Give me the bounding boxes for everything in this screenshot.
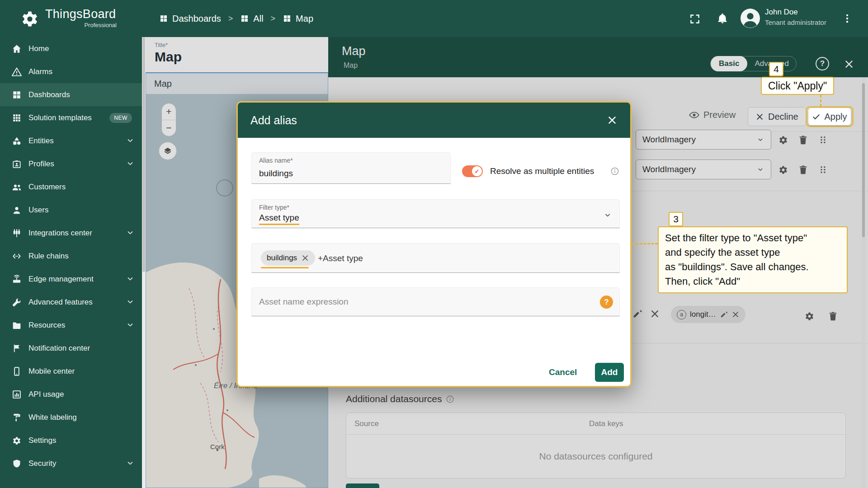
asset-type-chip-label: buildings: [267, 253, 297, 263]
sidebar-item-rule-chains[interactable]: Rule chains: [0, 244, 142, 267]
dialog-close-icon[interactable]: [607, 115, 618, 126]
sidebar-item-alarms[interactable]: Alarms: [0, 60, 142, 83]
add-asset-type-placeholder[interactable]: +Asset type: [318, 253, 363, 263]
sidebar-item-security[interactable]: Security: [0, 452, 142, 475]
tutorial-highlight-underline: [261, 267, 309, 268]
sidebar-item-label: Profiles: [28, 160, 54, 169]
sidebar-item-profiles[interactable]: Profiles: [0, 152, 142, 175]
asset-name-expression-placeholder: Asset name expression: [259, 297, 349, 307]
apply-button[interactable]: Apply: [808, 108, 851, 125]
white-labeling-paint-icon: [12, 413, 22, 422]
tutorial-step-3-text: Set the filter type to "Asset type" and …: [658, 226, 848, 293]
sidebar-item-label: Solution templates: [28, 113, 92, 122]
sidebar-item-advanced-features[interactable]: Advanced features: [0, 291, 142, 314]
top-header: ThingsBoard Professional Dashboards > Al…: [0, 0, 868, 37]
sidebar-item-integrations-center[interactable]: Integrations center: [0, 221, 142, 244]
sidebar-item-resources[interactable]: Resources: [0, 314, 142, 337]
user-avatar[interactable]: [741, 9, 760, 28]
filter-type-value: Asset type: [259, 213, 299, 225]
sidebar-item-label: Rule chains: [28, 252, 69, 261]
sidebar-item-label: Dashboards: [28, 90, 70, 99]
new-badge: NEW: [109, 113, 132, 123]
add-button[interactable]: Add: [595, 363, 624, 382]
alias-name-field[interactable]: Alias name* buildings: [251, 152, 451, 184]
customers-icon: [12, 182, 22, 192]
filter-type-label: Filter type*: [259, 204, 289, 211]
scrollbar-thumb[interactable]: [142, 37, 145, 272]
tutorial-step-4-text: Click "Apply": [761, 77, 834, 95]
info-icon[interactable]: [610, 167, 619, 176]
sidebar-item-label: Edge management: [28, 275, 94, 284]
sidebar-item-home[interactable]: Home: [0, 37, 142, 60]
dashboards-icon: [159, 14, 168, 23]
sidebar-item-label: Advanced features: [28, 298, 93, 307]
chevron-down-icon: [126, 459, 135, 468]
advanced-features-wrench-icon: [12, 297, 22, 307]
resolve-multiple-label: Resolve as multiple entities: [490, 166, 594, 176]
sidebar-item-label: Users: [28, 206, 48, 215]
user-role: Tenant administrator: [765, 19, 826, 26]
sidebar-item-entities[interactable]: Entities: [0, 129, 142, 152]
settings-gear-icon: [12, 436, 22, 446]
edge-router-icon: [12, 274, 22, 284]
asset-type-chips-field[interactable]: buildings +Asset type: [251, 243, 620, 273]
dashboards-icon: [240, 14, 249, 23]
sidebar-item-label: Security: [28, 459, 56, 468]
chip-remove-x-icon[interactable]: [301, 254, 309, 262]
fullscreen-icon[interactable]: [689, 13, 701, 25]
rule-chains-icon: [12, 251, 22, 261]
apply-highlight-ring: Apply: [806, 106, 854, 127]
sidebar-nav: Home Alarms Dashboards Solution template…: [0, 37, 142, 488]
dialog-header: Add alias: [238, 103, 630, 138]
cancel-button[interactable]: Cancel: [549, 367, 577, 377]
dialog-title: Add alias: [250, 114, 297, 127]
breadcrumb-separator: >: [271, 14, 276, 23]
sidebar-item-label: Mobile center: [28, 367, 75, 376]
chevron-down-icon: [126, 159, 135, 168]
sidebar-item-label: API usage: [28, 390, 64, 399]
filter-type-select[interactable]: Filter type* Asset type: [251, 199, 620, 228]
breadcrumb-dashboards[interactable]: Dashboards: [159, 14, 221, 24]
breadcrumb-separator: >: [228, 14, 233, 23]
chevron-down-icon: [603, 211, 612, 220]
asset-type-chip[interactable]: buildings: [261, 250, 315, 266]
sidebar-item-label: Entities: [28, 136, 54, 145]
sidebar-item-dashboards[interactable]: Dashboards: [0, 83, 142, 106]
breadcrumb-all[interactable]: All: [240, 14, 263, 24]
notification-flag-icon: [12, 343, 22, 353]
sidebar-item-customers[interactable]: Customers: [0, 175, 142, 198]
thingsboard-logo-icon[interactable]: [20, 9, 40, 28]
sidebar-item-mobile-center[interactable]: Mobile center: [0, 360, 142, 383]
sidebar-item-label: Settings: [28, 436, 56, 445]
more-menu-icon[interactable]: [842, 13, 853, 24]
add-alias-dialog: Add alias Alias name* buildings ✓ Resolv…: [236, 101, 632, 387]
chevron-down-icon: [126, 274, 135, 283]
user-name: John Doe: [765, 8, 798, 17]
notifications-bell-icon[interactable]: [717, 13, 728, 24]
sidebar-item-label: Integrations center: [28, 229, 92, 238]
breadcrumb-map[interactable]: Map: [283, 14, 313, 24]
breadcrumb-label: Map: [296, 14, 313, 24]
sidebar-item-solution-templates[interactable]: Solution templates NEW: [0, 106, 142, 129]
breadcrumb-label: All: [253, 14, 263, 24]
dashboards-icon: [283, 14, 292, 23]
breadcrumb-label: Dashboards: [172, 14, 221, 24]
asset-name-expression-field[interactable]: Asset name expression ?: [251, 287, 620, 316]
sidebar-item-users[interactable]: Users: [0, 198, 142, 221]
sidebar-scrollbar[interactable]: [142, 37, 146, 488]
apply-label: Apply: [824, 112, 847, 122]
sidebar-item-settings[interactable]: Settings: [0, 429, 142, 452]
chevron-down-icon: [126, 320, 135, 329]
entities-icon: [12, 136, 22, 146]
sidebar-item-notification-center[interactable]: Notification center: [0, 337, 142, 360]
dialog-body: Alias name* buildings ✓ Resolve as multi…: [238, 138, 630, 387]
sidebar-item-white-labeling[interactable]: White labeling: [0, 406, 142, 429]
sidebar-item-api-usage[interactable]: API usage: [0, 383, 142, 406]
tutorial-step-3-number: 3: [669, 212, 683, 226]
breadcrumb: Dashboards > All > Map: [159, 0, 313, 37]
tutorial-step-4-number: 4: [769, 62, 783, 76]
sidebar-item-edge-management[interactable]: Edge management: [0, 267, 142, 291]
users-person-icon: [12, 205, 22, 215]
resolve-multiple-toggle[interactable]: ✓: [462, 165, 483, 177]
expression-help-icon[interactable]: ?: [600, 296, 613, 309]
